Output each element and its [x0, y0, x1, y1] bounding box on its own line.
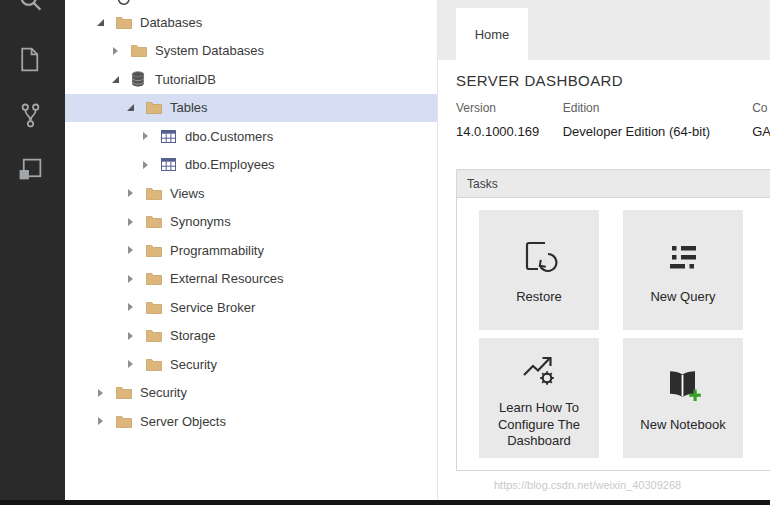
server-properties: Version 14.0.1000.169 Edition Developer …	[456, 101, 770, 139]
object-explorer: DatabasesSystem DatabasesTutorialDBTable…	[65, 0, 437, 500]
task-tile-label: New Query	[643, 289, 722, 306]
folder-icon	[146, 329, 164, 342]
tree-item-label: Databases	[140, 15, 202, 30]
database-icon	[131, 71, 149, 87]
tree-item-databases[interactable]: Databases	[65, 8, 437, 37]
tree-item-views[interactable]: Views	[65, 179, 437, 208]
chevron-collapsed-icon[interactable]	[122, 236, 138, 264]
tree-item-label: Security	[140, 385, 187, 400]
property-edition: Edition Developer Edition (64-bit)	[563, 101, 752, 139]
tree-item-label: Synonyms	[170, 214, 231, 229]
chevron-expanded-icon[interactable]	[92, 8, 108, 36]
folder-icon	[116, 415, 134, 428]
folder-icon	[146, 187, 164, 200]
chevron-collapsed-icon[interactable]	[137, 151, 153, 179]
tree-item-tutorialdb[interactable]: TutorialDB	[65, 65, 437, 94]
file-icon[interactable]	[17, 46, 47, 76]
dashboard-panel: Home SERVER DASHBOARD Version 14.0.1000.…	[437, 0, 770, 500]
tab-home-label: Home	[475, 27, 510, 42]
property-version: Version 14.0.1000.169	[456, 101, 563, 139]
tree-item-label: Security	[170, 357, 217, 372]
watermark: https://blog.csdn.net/weixin_40309268	[494, 479, 681, 491]
chevron-collapsed-icon[interactable]	[107, 37, 123, 65]
tree-item-label: dbo.Employees	[185, 157, 275, 172]
tree-item-synonyms[interactable]: Synonyms	[65, 208, 437, 237]
tasks-header-label: Tasks	[467, 177, 498, 191]
tree-item-label: Views	[170, 186, 204, 201]
task-tile-learn-how-to-configure-the-dashboard[interactable]: Learn How To Configure The Dashboard	[479, 338, 599, 458]
chevron-collapsed-icon[interactable]	[122, 322, 138, 350]
tree-item-system-databases[interactable]: System Databases	[65, 37, 437, 66]
task-tile-label: New Notebook	[633, 417, 732, 434]
folder-icon	[146, 301, 164, 314]
property-label: Edition	[563, 101, 752, 115]
tasks-tiles: RestoreNew QueryLearn How To Configure T…	[457, 198, 770, 470]
table-icon	[161, 130, 179, 143]
chevron-collapsed-icon[interactable]	[92, 407, 108, 435]
property-value: Developer Edition (64-bit)	[563, 124, 752, 139]
editor-tab-bar: Home	[438, 0, 770, 60]
tree-item-label: dbo.Customers	[185, 129, 273, 144]
activity-bar	[0, 0, 65, 500]
table-icon	[161, 158, 179, 171]
tasks-widget: Tasks RestoreNew QueryLearn How To Confi…	[456, 169, 770, 471]
tree-item-label: External Resources	[170, 271, 283, 286]
tree-item-label: System Databases	[155, 43, 264, 58]
task-tile-new-notebook[interactable]: New Notebook	[623, 338, 743, 458]
folder-icon	[146, 101, 164, 114]
tree-item-security[interactable]: Security	[65, 379, 437, 408]
refresh-icon	[116, 0, 132, 10]
extensions-icon[interactable]	[17, 156, 47, 186]
chevron-expanded-icon[interactable]	[122, 94, 138, 122]
task-tile-label: Learn How To Configure The Dashboard	[479, 400, 599, 451]
object-explorer-rows: DatabasesSystem DatabasesTutorialDBTable…	[65, 0, 437, 436]
folder-icon	[131, 44, 149, 57]
new-query-icon	[660, 235, 706, 281]
task-tile-new-query[interactable]: New Query	[623, 210, 743, 330]
app-window: DatabasesSystem DatabasesTutorialDBTable…	[0, 0, 770, 505]
chevron-collapsed-icon[interactable]	[122, 350, 138, 378]
new-notebook-icon	[660, 363, 706, 409]
tree-item-dbo-customers[interactable]: dbo.Customers	[65, 122, 437, 151]
tree-item-external-resources[interactable]: External Resources	[65, 265, 437, 294]
chevron-collapsed-icon[interactable]	[122, 293, 138, 321]
tree-item-storage[interactable]: Storage	[65, 322, 437, 351]
property-label: Version	[456, 101, 563, 115]
chevron-collapsed-icon[interactable]	[122, 265, 138, 293]
tree-item-server-objects[interactable]: Server Objects	[65, 407, 437, 436]
configure-icon	[516, 346, 562, 392]
property-label: Co	[752, 101, 770, 115]
folder-icon	[146, 272, 164, 285]
tab-home[interactable]: Home	[456, 8, 528, 60]
task-tile-label: Restore	[509, 289, 569, 306]
restore-icon	[516, 235, 562, 281]
task-tile-restore[interactable]: Restore	[479, 210, 599, 330]
source-control-icon[interactable]	[17, 102, 47, 132]
chevron-collapsed-icon[interactable]	[92, 379, 108, 407]
tree-item-service-broker[interactable]: Service Broker	[65, 293, 437, 322]
chevron-collapsed-icon[interactable]	[122, 179, 138, 207]
window-bottom-edge	[0, 500, 770, 505]
folder-icon	[116, 386, 134, 399]
chevron-collapsed-icon[interactable]	[122, 208, 138, 236]
tree-item-label: Service Broker	[170, 300, 255, 315]
server-dashboard: SERVER DASHBOARD Version 14.0.1000.169 E…	[438, 60, 770, 471]
tree-item-label: Programmability	[170, 243, 264, 258]
property-value: GA	[752, 124, 770, 139]
tree-item-dbo-employees[interactable]: dbo.Employees	[65, 151, 437, 180]
tree-item-programmability[interactable]: Programmability	[65, 236, 437, 265]
tree-item-tables[interactable]: Tables	[65, 94, 437, 123]
tree-item-label: Tables	[170, 100, 208, 115]
tasks-widget-header: Tasks	[457, 170, 770, 198]
tree-item-security[interactable]: Security	[65, 350, 437, 379]
chevron-expanded-icon[interactable]	[107, 65, 123, 93]
property-computer-name: Co GA	[752, 101, 770, 139]
property-value: 14.0.1000.169	[456, 124, 563, 139]
page-title: SERVER DASHBOARD	[456, 72, 770, 89]
search-icon[interactable]	[17, 0, 47, 18]
folder-icon	[146, 215, 164, 228]
chevron-collapsed-icon[interactable]	[137, 122, 153, 150]
tree-item-label: Storage	[170, 328, 216, 343]
folder-icon	[146, 244, 164, 257]
folder-icon	[146, 358, 164, 371]
